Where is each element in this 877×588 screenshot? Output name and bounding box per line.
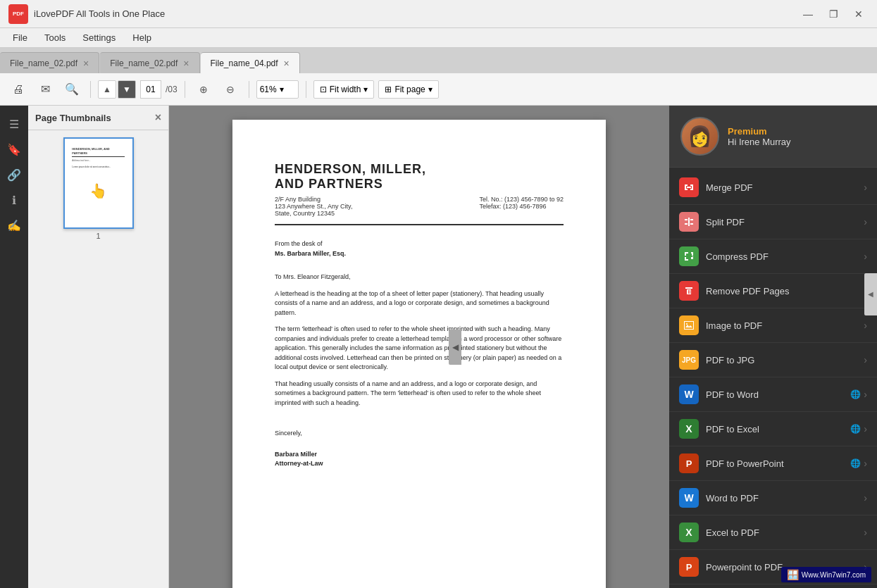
tool-excel-to-pdf[interactable]: X Excel to PDF › [669,515,877,550]
excel-to-pdf-icon: X [679,523,699,542]
pdf-to-word-label: PDF to Word [706,389,850,400]
zoom-level: 61% [260,85,277,94]
tool-compress-pdf[interactable]: Compress PDF › [669,239,877,274]
watermark: 🪟 Www.Win7win7.com [781,567,871,582]
compress-pdf-arrow: › [864,251,867,262]
pdf-to-jpg-label: PDF to JPG [706,355,864,365]
bookmark-icon[interactable]: 🔖 [3,138,25,161]
main-area: ☰ 🔖 🔗 ℹ ✍ Page Thumbnails × HENDERSON, M… [0,106,877,588]
viewer-collapse-arrow[interactable]: ◀ [449,330,461,365]
pdf-address-row: 2/F Any Building 123 Anywhere St., Any C… [275,196,564,217]
remove-pages-icon [679,281,699,301]
pdf-to-excel-icon: X [679,419,699,439]
minimize-button[interactable]: — [798,4,818,24]
tab-2-label: File_name_02.pdf [110,58,178,68]
title-bar: PDF iLovePDF All Tools in One Place — ❐ … [0,0,877,28]
tool-pdf-to-excel[interactable]: X PDF to Excel 🌐 › [669,412,877,446]
tab-3-close[interactable]: × [284,58,290,69]
pdf-from-section: From the desk of Ms. Barbara Miller, Esq… [275,239,564,258]
tool-word-to-pdf[interactable]: W Word to PDF › [669,481,877,515]
tool-merge-pdf[interactable]: Merge PDF › [669,170,877,205]
pdf-header: HENDERSON, MILLER, AND PARTNERS 2/F Any … [275,162,564,225]
remove-pages-label: Remove PDF Pages [706,286,864,296]
merge-pdf-icon [679,177,699,197]
fit-width-label: Fit width [330,85,361,94]
pdf-from-name: Ms. Barbara Miller, Esq. [275,249,564,259]
tab-1[interactable]: File_name_02.pdf × [0,52,99,73]
zoom-select[interactable]: 61% ▾ [256,80,299,99]
tool-pdf-to-word[interactable]: W PDF to Word 🌐 › [669,377,877,412]
link-icon[interactable]: 🔗 [3,163,25,186]
tab-2-close[interactable]: × [183,58,189,69]
pdf-to-excel-globe: 🌐 [850,424,861,434]
menu-help[interactable]: Help [125,30,158,46]
app-title: iLovePDF All Tools in One Place [34,8,798,19]
toolbar: 🖨 ✉ 🔍 ▲ ▼ /03 ⊕ ⊖ 61% ▾ ⊡ Fit width ▾ ⊞ … [0,73,877,106]
menu-tools[interactable]: Tools [37,30,73,46]
pdf-to-jpg-arrow: › [864,354,867,365]
panel-close-button[interactable]: × [155,111,161,124]
right-panel: 👩 Premium Hi Irene Murray Merge PDF › Sp… [669,106,877,588]
tool-rotate-pdf[interactable]: ↻ Rotate PDF › [669,584,877,588]
pdf-address-right: Tel. No.: (123) 456-7890 to 92 Telefax: … [479,196,564,217]
restore-button[interactable]: ❐ [823,4,843,24]
pdf-body-3: That heading usually consists of a name … [275,380,564,408]
pdf-to-section: To Mrs. Eleanor Fitzgerald, [275,273,564,282]
fit-page-icon: ⊞ [385,85,392,94]
pdf-viewer[interactable]: ◀ HENDERSON, MILLER, AND PARTNERS 2/F An… [169,106,669,588]
tab-3[interactable]: File_name_04.pdf × [201,52,300,73]
pdf-signature: Sincerely, Barbara Miller Attorney-at-La… [275,429,564,469]
fit-page-button[interactable]: ⊞ Fit page ▾ [378,80,438,99]
search-icon[interactable]: 🔍 [61,78,83,101]
tab-1-label: File_name_02.pdf [10,58,77,68]
tool-pdf-to-jpg[interactable]: JPG PDF to JPG › [669,343,877,377]
fit-width-button[interactable]: ⊡ Fit width ▾ [313,80,375,99]
zoom-out-icon[interactable]: ⊖ [219,78,242,101]
email-icon[interactable]: ✉ [34,78,56,101]
close-button[interactable]: ✕ [849,4,869,24]
thumbnail-page-1[interactable]: HENDERSON, MILLER, AND PARTNERS Address … [63,137,134,240]
tool-remove-pages[interactable]: Remove PDF Pages › [669,274,877,308]
menu-settings[interactable]: Settings [75,30,123,46]
excel-to-pdf-arrow: › [864,527,867,538]
merge-pdf-label: Merge PDF [706,182,864,193]
pdf-address-left: 2/F Any Building 123 Anywhere St., Any C… [275,196,352,217]
panel-collapse-arrow[interactable]: ◀ [864,273,877,315]
compress-pdf-icon [679,246,699,266]
signature-icon[interactable]: ✍ [3,214,25,237]
tab-1-close[interactable]: × [83,58,89,69]
excel-to-pdf-label: Excel to PDF [706,527,864,538]
premium-badge: Premium [728,126,791,137]
tool-pdf-to-powerpoint[interactable]: P PDF to PowerPoint 🌐 › [669,446,877,481]
tool-split-pdf[interactable]: Split PDF › [669,205,877,239]
user-info: Premium Hi Irene Murray [728,126,791,147]
page-input[interactable] [140,80,161,99]
menu-file[interactable]: File [6,30,35,46]
info-icon[interactable]: ℹ [3,189,25,211]
tab-2[interactable]: File_name_02.pdf × [100,52,199,73]
thumb-num-1: 1 [96,232,100,240]
sep-2 [185,81,185,98]
nav-up-button[interactable]: ▲ [98,80,116,99]
zoom-in-icon[interactable]: ⊕ [192,78,215,101]
split-pdf-icon [679,212,699,232]
tool-image-to-pdf[interactable]: Image to PDF › [669,308,877,343]
pdf-para-2: The term 'letterhead' is often used to r… [275,325,564,373]
window-controls: — ❐ ✕ [798,4,869,24]
nav-down-button[interactable]: ▼ [118,80,136,99]
thumb-img-1: HENDERSON, MILLER, AND PARTNERS Address … [63,137,134,229]
tool-list: Merge PDF › Split PDF › Compress PDF › [669,168,877,588]
watermark-text: Www.Win7win7.com [802,571,866,579]
pdf-to-line: To Mrs. Eleanor Fitzgerald, [275,273,564,282]
print-icon[interactable]: 🖨 [7,78,30,101]
split-pdf-arrow: › [864,216,867,227]
pdf-to-excel-label: PDF to Excel [706,424,850,434]
pdf-sig-name: Barbara Miller [275,450,564,460]
pdf-from-desk: From the desk of [275,239,564,249]
zoom-chevron: ▾ [280,85,284,94]
sep-4 [306,81,306,98]
user-avatar: 👩 [680,117,719,156]
layers-icon[interactable]: ☰ [3,113,25,135]
sep-3 [249,81,249,98]
thumbnails-panel: Page Thumbnails × HENDERSON, MILLER, AND… [28,106,169,588]
